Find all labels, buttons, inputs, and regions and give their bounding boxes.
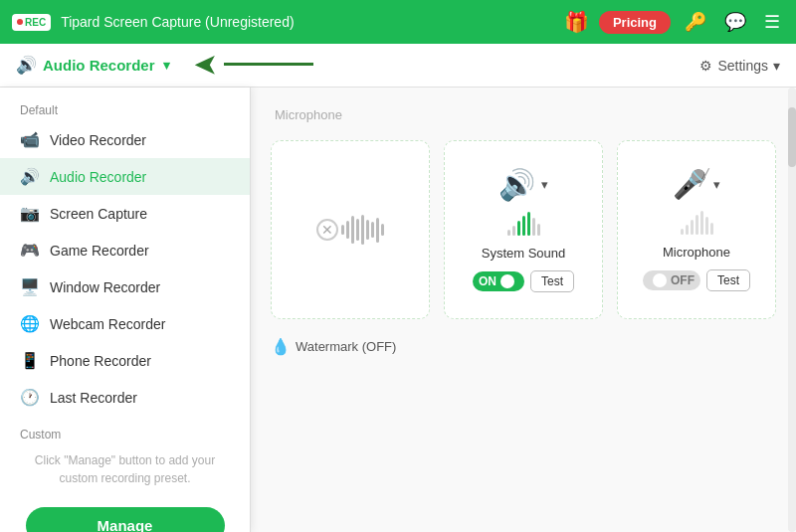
sidebar-item-audio-recorder[interactable]: 🔊 Audio Recorder [0, 158, 250, 195]
microphone-toggle[interactable]: OFF [643, 270, 700, 290]
sidebar-item-phone-recorder[interactable]: 📱 Phone Recorder [0, 342, 250, 379]
arrow-indicator: ➤ [194, 50, 216, 81]
watermark-icon: 💧 [271, 337, 291, 356]
bar-9 [381, 224, 384, 236]
scrollbar-thumb[interactable] [788, 107, 796, 167]
app-title: Tipard Screen Capture (Unregistered) [61, 14, 554, 30]
mode-bar: 🔊 Audio Recorder ▾ ➤ ⚙ Settings ▾ [0, 44, 796, 88]
mode-chevron-icon: ▾ [163, 58, 170, 73]
sidebar-item-window-recorder[interactable]: 🖥️ Window Recorder [0, 268, 250, 305]
waveform-x-icon: ✕ [316, 219, 338, 241]
audio-recorder-menu-icon: 🔊 [20, 167, 40, 186]
gift-icon[interactable]: 🎁 [564, 10, 589, 34]
video-recorder-icon: 📹 [20, 130, 40, 149]
menu-icon-button[interactable]: ☰ [760, 9, 784, 35]
watermark-label: Watermark (OFF) [296, 339, 396, 354]
microphone-card: 🎤 ╱ ▾ Microphone [617, 140, 776, 319]
webcam-recorder-icon: 🌐 [20, 314, 40, 333]
sidebar-item-webcam-recorder[interactable]: 🌐 Webcam Recorder [0, 305, 250, 342]
window-recorder-icon: 🖥️ [20, 277, 40, 296]
custom-hint: Click "Manage" button to add your custom… [0, 445, 250, 497]
sidebar-item-video-recorder[interactable]: 📹 Video Recorder [0, 121, 250, 158]
microphone-top: 🎤 ╱ ▾ [673, 168, 720, 201]
phone-recorder-icon: 📱 [20, 351, 40, 370]
waveform-bars [341, 210, 384, 250]
last-recorder-icon: 🕐 [20, 388, 40, 407]
system-sound-top: 🔊 ▾ [498, 167, 548, 202]
scrollbar[interactable] [788, 88, 796, 532]
audio-recorder-label: Audio Recorder [50, 169, 146, 185]
main-layout: Default 📹 Video Recorder 🔊 Audio Recorde… [0, 88, 796, 532]
system-sound-test-button[interactable]: Test [530, 270, 574, 292]
bar-5 [361, 215, 364, 245]
custom-section: Custom Click "Manage" button to add your… [0, 422, 250, 497]
title-bar: REC Tipard Screen Capture (Unregistered)… [0, 0, 796, 44]
default-section-label: Default [0, 97, 250, 121]
bar-3 [351, 216, 354, 244]
manage-btn-wrap: Manage [0, 497, 250, 532]
window-recorder-label: Window Recorder [50, 279, 160, 295]
bar-2 [346, 221, 349, 239]
microphone-chevron-icon[interactable]: ▾ [713, 177, 720, 192]
title-bar-actions: 🎁 Pricing 🔑 💬 ☰ [564, 9, 784, 35]
content-area: Microphone ✕ [251, 88, 796, 532]
bar-6 [366, 220, 369, 240]
microphone-card-label: Microphone [663, 245, 730, 260]
microphone-top-label: Microphone [271, 107, 776, 122]
microphone-levels [681, 211, 713, 235]
toggle-on-circle [500, 274, 514, 288]
bar-4 [356, 219, 359, 241]
pricing-button[interactable]: Pricing [599, 11, 671, 34]
bar-8 [376, 218, 379, 243]
key-icon-button[interactable]: 🔑 [681, 9, 710, 35]
microphone-test-button[interactable]: Test [706, 269, 750, 291]
microphone-icon: 🎤 ╱ [673, 168, 707, 201]
system-sound-toggle[interactable]: ON [473, 271, 524, 291]
toggle-on-label: ON [479, 274, 497, 288]
audio-cards: ✕ 🔊 [271, 140, 776, 319]
system-sound-label: System Sound [482, 246, 566, 261]
mode-selector[interactable]: 🔊 Audio Recorder ▾ ➤ [16, 50, 313, 81]
status-row: 💧 Watermark (OFF) [271, 333, 776, 360]
last-recorder-label: Last Recorder [50, 390, 137, 406]
settings-gear-icon: ⚙ [699, 58, 712, 74]
system-sound-chevron-icon[interactable]: ▾ [541, 177, 548, 192]
webcam-recorder-label: Webcam Recorder [50, 316, 165, 332]
system-sound-controls: ON Test [473, 270, 574, 292]
custom-section-label: Custom [0, 422, 250, 445]
game-recorder-label: Game Recorder [50, 243, 149, 259]
settings-button[interactable]: ⚙ Settings ▾ [699, 58, 780, 74]
watermark-status: 💧 Watermark (OFF) [271, 337, 396, 356]
game-recorder-icon: 🎮 [20, 241, 40, 260]
sidebar-item-game-recorder[interactable]: 🎮 Game Recorder [0, 232, 250, 268]
video-recorder-label: Video Recorder [50, 132, 146, 148]
system-sound-icon: 🔊 [498, 167, 535, 202]
screen-capture-label: Screen Capture [50, 206, 147, 222]
app-logo: REC [12, 14, 51, 31]
toggle-off-circle [653, 273, 667, 287]
system-sound-card: 🔊 ▾ System Sound ON [444, 140, 603, 319]
microphone-controls: OFF Test [643, 269, 750, 291]
sidebar-item-screen-capture[interactable]: 📷 Screen Capture [0, 195, 250, 232]
current-mode-label: Audio Recorder [43, 57, 155, 74]
bar-7 [371, 222, 374, 238]
screen-capture-icon: 📷 [20, 204, 40, 223]
system-sound-levels [507, 212, 540, 236]
arrow-line [224, 63, 313, 66]
waveform-visual: ✕ [316, 210, 384, 250]
phone-recorder-label: Phone Recorder [50, 353, 151, 369]
settings-chevron-icon: ▾ [773, 58, 780, 74]
settings-label: Settings [717, 58, 768, 74]
audio-recorder-icon: 🔊 [16, 55, 37, 76]
toggle-off-label: OFF [671, 273, 695, 287]
sidebar-item-last-recorder[interactable]: 🕐 Last Recorder [0, 379, 250, 416]
manage-button[interactable]: Manage [26, 507, 225, 532]
waveform-card: ✕ [271, 140, 430, 319]
bar-1 [341, 225, 344, 235]
chat-icon-button[interactable]: 💬 [720, 9, 750, 35]
dropdown-menu: Default 📹 Video Recorder 🔊 Audio Recorde… [0, 88, 251, 532]
